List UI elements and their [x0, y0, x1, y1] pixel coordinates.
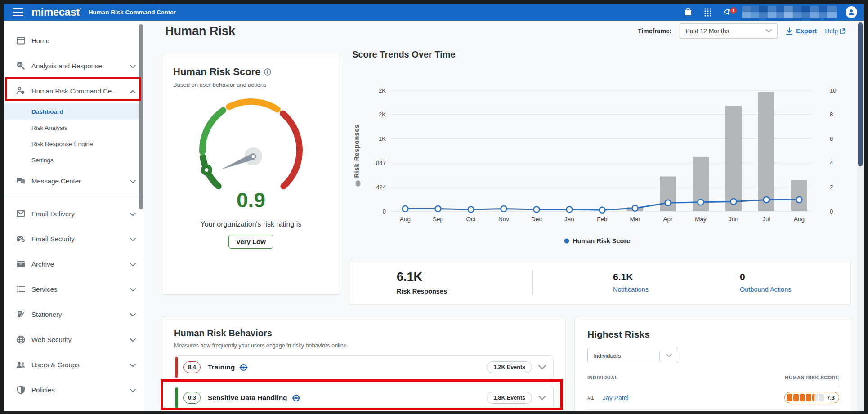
mimecast-logo[interactable]: mimecast' — [31, 6, 81, 18]
timeframe-dropdown[interactable]: Past 12 Months — [680, 23, 778, 39]
bar-Aug — [791, 180, 807, 211]
envelope-check-icon — [16, 234, 25, 243]
stat-notifications: 6.1KNotifications — [533, 272, 740, 293]
risk-score-value: 7.3 — [827, 395, 835, 401]
svg-text:Jun: Jun — [729, 216, 738, 223]
svg-text:Aug: Aug — [794, 216, 805, 223]
score-card-subtitle: Based on user behavior and actions — [173, 81, 329, 88]
score-segment — [819, 394, 824, 401]
chevron-down-icon[interactable] — [538, 396, 546, 401]
briefcase-icon[interactable] — [683, 7, 694, 18]
individuals-dropdown-value: Individuals — [588, 352, 659, 359]
sidebar-item-analysis-and-response[interactable]: Analysis and Response — [4, 53, 144, 78]
behavior-row-sensitive-data-handling[interactable]: 0.3Sensitive Data Handling1.8K Events — [174, 386, 554, 410]
events-count-pill[interactable]: 1.2K Events — [487, 361, 532, 373]
sidebar-item-archive[interactable]: Archive — [4, 251, 144, 276]
svg-text:0: 0 — [830, 208, 833, 215]
rating-badge[interactable]: Very Low — [228, 235, 273, 249]
censored-account-name — [742, 6, 837, 18]
sidebar-scrollbar[interactable] — [139, 24, 143, 209]
app-grid-icon[interactable] — [702, 7, 713, 18]
behavior-label: Sensitive Data Handling — [208, 394, 287, 402]
svg-text:2K: 2K — [379, 87, 386, 94]
sidebar-item-label: Users & Groups — [31, 361, 130, 369]
chevron-down-icon — [130, 313, 136, 317]
behavior-target-icon[interactable] — [239, 363, 248, 372]
info-icon[interactable] — [264, 68, 271, 76]
risk-row-james-clark: #2James Clark2.5 — [587, 410, 839, 411]
sidebar-subitem-dashboard[interactable]: Dashboard — [4, 103, 139, 120]
account-avatar-icon[interactable] — [846, 6, 857, 18]
chart-title: Score Trends Over Time — [352, 49, 456, 60]
sidebar-item-label: Email Security — [31, 235, 130, 243]
help-link[interactable]: Help — [825, 27, 846, 35]
sidebar-item-message-center[interactable]: Message Center — [4, 168, 144, 193]
sidebar-item-email-delivery[interactable]: Email Delivery — [4, 201, 144, 226]
svg-text:0: 0 — [383, 208, 386, 215]
topbar-actions: 1 — [683, 4, 857, 21]
top-navigation-bar: mimecast' Human Risk Command Center 1 — [4, 4, 864, 21]
stat-label[interactable]: Notifications — [613, 286, 740, 293]
hamburger-menu-icon[interactable] — [13, 8, 23, 16]
behavior-target-icon[interactable] — [292, 394, 300, 402]
svg-text:2: 2 — [830, 184, 833, 191]
chevron-down-icon — [130, 338, 136, 342]
individuals-dropdown[interactable]: Individuals — [587, 348, 678, 363]
risk-row-jay-patel: #1Jay Patel7.3 — [587, 386, 839, 410]
chevron-down-icon — [130, 65, 136, 68]
chevron-down-icon — [130, 364, 136, 367]
behavior-row-training[interactable]: 8.4Training1.2K Events — [174, 355, 554, 379]
chat-icon — [16, 176, 25, 185]
score-segment — [812, 394, 818, 401]
stat-label[interactable]: Outbound Actions — [740, 286, 791, 293]
sidebar-subitem-risk-analysis[interactable]: Risk Analysis — [4, 120, 144, 136]
chevron-down-icon — [130, 238, 136, 241]
sidebar-item-label: Services — [31, 285, 130, 293]
sidebar-item-label: Home — [31, 37, 136, 45]
chevron-down-icon — [130, 213, 136, 216]
megaphone-icon[interactable]: 1 — [722, 7, 733, 18]
svg-text:Nov: Nov — [498, 216, 509, 223]
summary-stats-card: 6.1KRisk Responses6.1KNotifications0Outb… — [349, 260, 851, 305]
sidebar-item-policies[interactable]: Policies — [4, 377, 144, 402]
sidebar-item-users-groups[interactable]: Users & Groups — [4, 352, 144, 377]
sidebar-subitem-risk-response-engine[interactable]: Risk Response Engine — [4, 136, 144, 152]
sidebar-item-label: Archive — [31, 260, 130, 268]
sidebar-item-stationery[interactable]: Stationery — [4, 302, 144, 327]
sidebar-subitem-settings[interactable]: Settings — [4, 152, 144, 168]
risk-rank: #1 — [587, 394, 603, 401]
events-count-pill[interactable]: 1.8K Events — [487, 392, 532, 404]
export-button[interactable]: Export — [786, 27, 817, 35]
score-segment — [787, 394, 792, 401]
behaviors-title: Human Risk Behaviors — [174, 328, 554, 338]
svg-text:Apr: Apr — [663, 216, 673, 223]
timeframe-label: Timeframe: — [638, 27, 671, 35]
main-content: Human Risk Timeframe: Past 12 Months Exp… — [144, 21, 864, 411]
stat-label: Risk Responses — [397, 288, 532, 295]
score-segment — [793, 394, 799, 401]
sidebar-item-services[interactable]: Services — [4, 276, 144, 302]
page-scrollbar[interactable] — [857, 21, 864, 411]
sidebar-item-email-security[interactable]: Email Security — [4, 226, 144, 251]
users-icon — [16, 360, 25, 369]
chevron-down-icon — [766, 29, 772, 33]
svg-text:Human Risk Score: Human Risk Score — [573, 237, 630, 245]
svg-text:424: 424 — [376, 184, 386, 191]
page-scrollbar-thumb[interactable] — [858, 22, 863, 166]
archive-icon — [16, 259, 25, 268]
sidebar-item-web-security[interactable]: Web Security — [4, 327, 144, 352]
svg-text:Oct: Oct — [466, 216, 475, 223]
sidebar-item-label: Policies — [31, 386, 130, 394]
app-window: mimecast' Human Risk Command Center 1 Ho… — [4, 4, 864, 411]
chevron-down-icon[interactable] — [538, 365, 546, 370]
column-header-score: HUMAN RISK SCORE — [785, 375, 839, 380]
window-icon — [16, 36, 25, 45]
risk-individual-link[interactable]: Jay Patel — [603, 394, 629, 401]
sidebar-item-home[interactable]: Home — [4, 28, 144, 53]
svg-text:10: 10 — [830, 87, 836, 94]
svg-text:Dec: Dec — [531, 216, 542, 223]
risk-score-pill: 7.3 — [784, 392, 839, 403]
sidebar-item-label: Email Delivery — [31, 210, 130, 218]
analysis-icon — [16, 61, 25, 70]
sidebar-item-human-risk-command-ce[interactable]: Human Risk Command Ce... — [4, 78, 144, 103]
